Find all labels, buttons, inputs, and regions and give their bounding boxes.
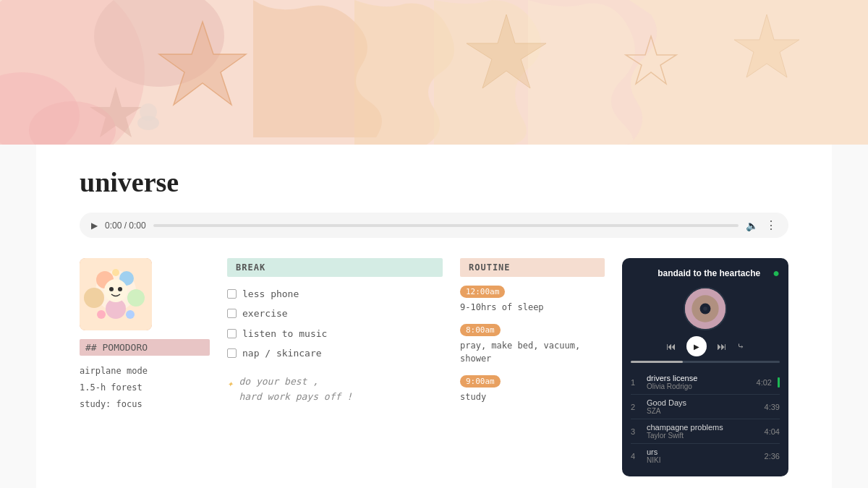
music-song-title: bandaid to the heartache (658, 268, 760, 278)
list-item[interactable]: nap / skincare (227, 343, 443, 363)
routine-header: ROUTINE (460, 258, 605, 277)
audio-progress-bar[interactable] (153, 224, 739, 227)
svg-point-21 (109, 287, 114, 291)
playlist-item[interactable]: 3 champagne problems Taylor Swift 4:04 (631, 419, 780, 444)
track-duration: 4:02 (757, 378, 772, 387)
checkbox[interactable] (227, 329, 237, 338)
more-options-icon[interactable]: ⋮ (765, 218, 777, 232)
routine-time-badge: 12:00am (460, 286, 505, 298)
svg-point-29 (703, 307, 707, 311)
playlist-item[interactable]: 1 drivers license Olivia Rodrigo 4:02 (631, 370, 780, 395)
music-progress-fill (631, 361, 683, 363)
page-content: universe ▶ 0:00 / 0:00 🔈 ⋮ (36, 145, 832, 488)
spotify-icon[interactable]: ● (773, 267, 780, 280)
break-header: BREAK (227, 258, 443, 277)
track-duration: 4:39 (765, 403, 780, 411)
track-number: 1 (631, 378, 641, 387)
svg-point-22 (118, 287, 122, 291)
banner-image (0, 0, 868, 145)
svg-point-17 (84, 288, 104, 308)
playing-indicator (778, 377, 780, 388)
svg-point-24 (126, 310, 135, 319)
track-info: champagne problems Taylor Swift (647, 423, 759, 440)
track-artist: SZA (647, 407, 759, 415)
volume-icon[interactable]: 🔈 (746, 220, 758, 231)
music-player: bandaid to the heartache ● ⏮ ▶ ⏭ ⤷ (622, 258, 788, 476)
track-name: champagne problems (647, 423, 759, 432)
routine-text: study (460, 390, 605, 403)
audio-play-button[interactable]: ▶ (91, 221, 98, 231)
routine-column: ROUTINE 12:00am 9-10hrs of sleep 8:00am … (460, 258, 605, 412)
next-button[interactable]: ⏭ (717, 341, 727, 352)
track-number: 3 (631, 427, 641, 436)
page-title: universe (80, 166, 788, 198)
routine-entry: 8:00am pray, make bed, vacuum, shower (460, 322, 605, 365)
svg-point-23 (97, 310, 106, 319)
track-name: Good Days (647, 398, 759, 407)
pomodoro-heading: ## POMODORO (80, 339, 210, 356)
motivational-quote: ✦ do your best , hard work pays off ! (227, 374, 443, 405)
prev-button[interactable]: ⏮ (666, 341, 676, 352)
album-art (684, 287, 727, 330)
track-info: drivers license Olivia Rodrigo (647, 374, 751, 390)
svg-point-25 (112, 269, 119, 276)
list-item: airplane mode (80, 363, 210, 380)
track-info: urs NIKI (647, 448, 759, 464)
playlist-item[interactable]: 4 urs NIKI 2:36 (631, 444, 780, 468)
list-item[interactable]: exercise (227, 304, 443, 323)
track-number: 2 (631, 403, 641, 411)
list-item: 1.5-h forest (80, 380, 210, 396)
checkbox[interactable] (227, 348, 237, 358)
routine-text: 9-10hrs of sleep (460, 301, 605, 314)
track-duration: 2:36 (765, 452, 780, 461)
track-number: 4 (631, 452, 641, 461)
playlist-item[interactable]: 2 Good Days SZA 4:39 (631, 395, 780, 419)
track-artist: Olivia Rodrigo (647, 382, 751, 390)
playlist: 1 drivers license Olivia Rodrigo 4:02 2 … (631, 370, 780, 468)
music-play-button[interactable]: ▶ (686, 336, 707, 356)
pomodoro-image (80, 258, 152, 330)
list-item: study: focus (80, 396, 210, 413)
pomodoro-list: airplane mode 1.5-h forest study: focus (80, 363, 210, 412)
checkbox[interactable] (227, 289, 237, 299)
break-checklist: less phone exercise listen to music nap … (227, 284, 443, 363)
main-columns: ## POMODORO airplane mode 1.5-h forest s… (80, 258, 788, 476)
music-controls[interactable]: ⏮ ▶ ⏭ ⤷ (631, 336, 780, 356)
track-name: urs (647, 448, 759, 456)
list-item[interactable]: less phone (227, 284, 443, 304)
music-progress-bar[interactable] (631, 361, 780, 363)
svg-point-12 (140, 103, 157, 121)
routine-text: pray, make bed, vacuum, shower (460, 339, 605, 365)
music-header: bandaid to the heartache ● (631, 267, 780, 280)
star-icon: ✦ (227, 375, 233, 391)
album-art-container (631, 287, 780, 330)
middle-column: BREAK less phone exercise listen to musi… (227, 258, 443, 419)
checkbox[interactable] (227, 309, 237, 318)
audio-player[interactable]: ▶ 0:00 / 0:00 🔈 ⋮ (80, 213, 788, 238)
routine-time-badge: 9:00am (460, 375, 501, 388)
track-duration: 4:04 (765, 427, 780, 436)
track-artist: Taylor Swift (647, 432, 759, 440)
routine-time-badge: 8:00am (460, 324, 501, 336)
audio-time: 0:00 / 0:00 (105, 221, 146, 231)
routine-entry: 12:00am 9-10hrs of sleep (460, 284, 605, 314)
track-name: drivers license (647, 374, 751, 382)
left-column: ## POMODORO airplane mode 1.5-h forest s… (80, 258, 210, 412)
break-section: BREAK less phone exercise listen to musi… (227, 258, 443, 405)
list-item[interactable]: listen to music (227, 324, 443, 343)
share-icon[interactable]: ⤷ (737, 341, 744, 351)
svg-point-18 (127, 289, 145, 307)
svg-point-20 (104, 279, 127, 302)
routine-entry: 9:00am study (460, 374, 605, 403)
track-info: Good Days SZA (647, 398, 759, 415)
track-artist: NIKI (647, 456, 759, 464)
